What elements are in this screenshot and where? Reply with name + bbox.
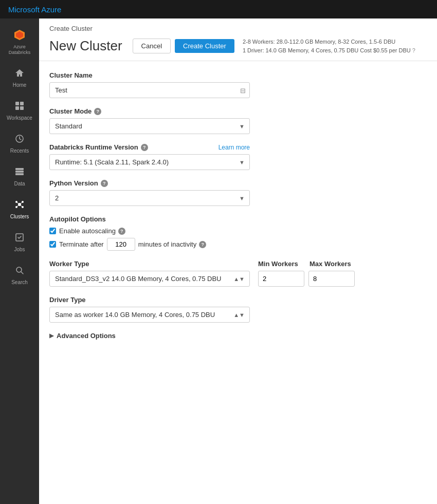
max-workers-label: Max Workers (309, 260, 351, 268)
worker-header: Worker Type Min Workers Max Workers (49, 260, 427, 268)
home-icon (12, 66, 27, 80)
page-header: Create Cluster New Cluster Cancel Create… (39, 18, 437, 61)
terminate-checkbox[interactable] (49, 241, 56, 248)
driver-type-select-wrapper: Same as worker 14.0 GB Memory, 4 Cores, … (49, 307, 250, 323)
advanced-options-label: Advanced Options (57, 332, 116, 340)
worker-type-label: Worker Type (49, 260, 250, 268)
cluster-header: New Cluster Cancel Create Cluster 2-8 Wo… (49, 38, 427, 61)
autopilot-title: Autopilot Options (49, 215, 427, 223)
svg-rect-2 (15, 102, 19, 105)
sidebar: Azure Databricks Home Workspace (0, 18, 39, 504)
advanced-options-toggle[interactable]: ▶ Advanced Options (49, 332, 427, 340)
python-version-select-wrapper: 2 3 ▼ (49, 190, 250, 206)
svg-rect-9 (15, 173, 24, 175)
cluster-info: 2-8 Workers: 28.0-112.0 GB Memory, 8-32 … (243, 38, 415, 54)
cluster-mode-label: Cluster Mode ? (49, 107, 427, 115)
worker-row: Standard_DS3_v2 14.0 GB Memory, 4 Cores,… (49, 271, 427, 287)
driver-type-section: Driver Type Same as worker 14.0 GB Memor… (49, 296, 427, 323)
sidebar-item-label-clusters: Clusters (10, 214, 29, 220)
enable-autoscaling-checkbox[interactable] (49, 228, 56, 234)
jobs-icon (12, 230, 27, 245)
workspace-icon (12, 99, 27, 113)
cluster-name-label: Cluster Name (49, 71, 427, 79)
search-icon (12, 263, 27, 277)
enable-autoscaling-label: Enable autoscaling (59, 227, 116, 235)
form-area: Cluster Name ⊟ Cluster Mode ? Standard H… (39, 61, 437, 504)
svg-rect-8 (15, 171, 24, 173)
terminate-minutes-input[interactable] (107, 238, 135, 251)
python-version-group: Python Version ? 2 3 ▼ (49, 179, 427, 206)
sidebar-item-label-home: Home (13, 82, 27, 88)
cluster-mode-select-wrapper: Standard High Concurrency Single Node ▼ (49, 118, 250, 134)
svg-line-21 (21, 272, 23, 274)
sidebar-item-label-azure-databricks: Azure Databricks (9, 44, 31, 55)
runtime-label: Databricks Runtime Version ? (49, 143, 148, 151)
terminate-label-before: Terminate after (59, 240, 104, 248)
breadcrumb: Create Cluster (49, 25, 427, 32)
cluster-name-input[interactable] (49, 82, 250, 98)
sidebar-item-label-workspace: Workspace (7, 115, 32, 121)
runtime-help-icon[interactable]: ? (141, 144, 148, 151)
min-max-labels: Min Workers Max Workers (258, 260, 351, 268)
python-version-help-icon[interactable]: ? (101, 180, 108, 187)
worker-type-section: Worker Type Min Workers Max Workers Stan… (49, 260, 427, 287)
cost-help-icon[interactable]: ? (412, 47, 415, 53)
enable-autoscaling-row: Enable autoscaling ? (49, 227, 427, 235)
terminate-help-icon[interactable]: ? (199, 241, 206, 248)
terminate-label-after: minutes of inactivity (138, 240, 196, 248)
runtime-group: Databricks Runtime Version ? Learn more … (49, 143, 427, 170)
triangle-right-icon: ▶ (49, 332, 53, 339)
top-bar: Microsoft Azure (0, 0, 437, 18)
learn-more-link[interactable]: Learn more (219, 144, 250, 151)
runtime-select-wrapper: Runtime: 5.1 (Scala 2.11, Spark 2.4.0) ▼ (49, 154, 250, 170)
worker-type-select[interactable]: Standard_DS3_v2 14.0 GB Memory, 4 Cores,… (49, 271, 250, 287)
cluster-name-group: Cluster Name ⊟ (49, 71, 427, 98)
cluster-mode-help-icon[interactable]: ? (94, 108, 101, 115)
cluster-mode-select[interactable]: Standard High Concurrency Single Node (49, 118, 250, 134)
sidebar-item-search[interactable]: Search (0, 258, 39, 291)
create-cluster-button[interactable]: Create Cluster (175, 39, 234, 53)
sidebar-item-azure-databricks[interactable]: Azure Databricks (0, 23, 39, 61)
runtime-label-row: Databricks Runtime Version ? Learn more (49, 143, 250, 151)
min-workers-input[interactable] (258, 271, 304, 287)
page-title: New Cluster (49, 38, 122, 54)
autoscaling-help-icon[interactable]: ? (118, 228, 125, 235)
sidebar-item-label-data: Data (14, 181, 25, 187)
sidebar-item-data[interactable]: Data (0, 159, 39, 192)
sidebar-item-recents[interactable]: Recents (0, 126, 39, 159)
cluster-info-line1: 2-8 Workers: 28.0-112.0 GB Memory, 8-32 … (243, 38, 415, 46)
data-icon (12, 164, 27, 179)
sidebar-item-jobs[interactable]: Jobs (0, 225, 39, 258)
svg-rect-4 (15, 106, 19, 110)
app-title: Microsoft Azure (8, 5, 61, 14)
main-content: Create Cluster New Cluster Cancel Create… (39, 18, 437, 504)
python-version-label: Python Version ? (49, 179, 427, 187)
cluster-info-line2: 1 Driver: 14.0 GB Memory, 4 Cores, 0.75 … (243, 46, 415, 55)
recents-icon (12, 132, 27, 146)
worker-type-select-wrapper: Standard_DS3_v2 14.0 GB Memory, 4 Cores,… (49, 271, 250, 287)
terminate-row: Terminate after minutes of inactivity ? (49, 238, 427, 251)
sidebar-item-home[interactable]: Home (0, 61, 39, 94)
svg-rect-5 (20, 106, 24, 110)
driver-row: Same as worker 14.0 GB Memory, 4 Cores, … (49, 307, 427, 323)
python-version-select[interactable]: 2 3 (49, 190, 250, 206)
databricks-icon (12, 28, 27, 42)
app-body: Azure Databricks Home Workspace (0, 18, 437, 504)
min-workers-label: Min Workers (258, 260, 309, 268)
cluster-name-input-wrapper: ⊟ (49, 82, 250, 98)
cancel-button[interactable]: Cancel (133, 39, 171, 53)
sidebar-item-label-recents: Recents (10, 148, 29, 154)
autopilot-section: Autopilot Options Enable autoscaling ? T… (49, 215, 427, 251)
sidebar-item-label-jobs: Jobs (14, 247, 25, 253)
driver-type-select[interactable]: Same as worker 14.0 GB Memory, 4 Cores, … (49, 307, 250, 323)
sidebar-item-label-search: Search (11, 279, 28, 286)
runtime-select[interactable]: Runtime: 5.1 (Scala 2.11, Spark 2.4.0) (49, 154, 250, 170)
edit-icon: ⊟ (240, 86, 246, 94)
driver-type-label: Driver Type (49, 296, 250, 304)
max-workers-input[interactable] (308, 271, 355, 287)
svg-rect-3 (20, 102, 24, 105)
advanced-options-section: ▶ Advanced Options (49, 332, 427, 340)
cluster-mode-group: Cluster Mode ? Standard High Concurrency… (49, 107, 427, 134)
sidebar-item-workspace[interactable]: Workspace (0, 94, 39, 126)
sidebar-item-clusters[interactable]: Clusters (0, 192, 39, 225)
